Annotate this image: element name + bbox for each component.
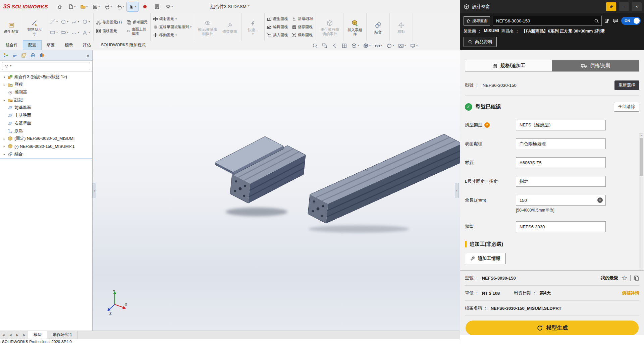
tab-addins[interactable]: SOLIDWORKS 附加程式: [96, 41, 151, 50]
propertymanager-icon[interactable]: [12, 53, 17, 58]
model-tab[interactable]: 模型: [28, 331, 47, 339]
content-scrollbar[interactable]: ▲ ▼: [639, 133, 643, 278]
explode-block-button[interactable]: 爆炸圖塊: [292, 32, 314, 39]
view-settings-button[interactable]: ▾: [410, 43, 418, 49]
save-block-button[interactable]: 儲存圖塊: [292, 23, 314, 31]
trim-entities-button[interactable]: 修剪圖元(T): [96, 18, 122, 26]
clear-all-button[interactable]: 全部清除: [614, 102, 639, 112]
design-journal-button[interactable]: [151, 2, 163, 11]
zoom-fit-button[interactable]: [312, 43, 318, 49]
length-field[interactable]: ×: [516, 195, 606, 206]
help-icon[interactable]: ?: [484, 122, 490, 128]
scroll-up-arrow[interactable]: ▲: [639, 134, 643, 136]
additional-work-info-button[interactable]: 追加工情報: [465, 253, 505, 264]
tree-item-annotations[interactable]: ▸ 註記: [0, 96, 92, 104]
frame-type-field[interactable]: [516, 120, 606, 130]
tab-price[interactable]: 價格/交期: [552, 60, 639, 71]
clear-length-button[interactable]: ×: [597, 197, 603, 203]
tree-item-right-plane[interactable]: 右基準面: [0, 119, 92, 127]
arc-tool-button[interactable]: ▾: [70, 27, 80, 38]
material-field[interactable]: [516, 157, 606, 168]
feedback-button[interactable]: [613, 18, 619, 24]
home-button[interactable]: [54, 2, 65, 11]
extrusion-50mm[interactable]: [215, 136, 306, 203]
favorite-star-icon[interactable]: ☆: [621, 274, 627, 282]
display-style-button[interactable]: ▾: [363, 43, 371, 49]
close-button[interactable]: ×: [632, 2, 642, 11]
type-input[interactable]: [519, 224, 603, 230]
options-button[interactable]: ▾: [163, 2, 175, 11]
offset-entities-button[interactable]: 偏移圖元: [96, 27, 122, 35]
linear-sketch-pattern-button[interactable]: 直線草圖複製排列 ▾: [153, 23, 192, 31]
offset-on-surface-button[interactable]: 曲面上的偏移: [126, 27, 148, 35]
insert-block-button[interactable]: 插入圖塊: [267, 32, 288, 39]
tree-item-part-150[interactable]: ▸ (-) NEFS6-3030-150_MISUMI<1: [0, 142, 92, 150]
search-icon[interactable]: [594, 18, 599, 23]
line-tool-button[interactable]: ▾: [49, 17, 59, 27]
tree-item-part-50[interactable]: ▸ (固定) NEFS6-3030-50_MISUMI: [0, 135, 92, 142]
assembly-model[interactable]: [201, 134, 463, 235]
configurationmanager-icon[interactable]: [21, 53, 26, 58]
copy-icon[interactable]: [634, 275, 639, 281]
reselect-button[interactable]: 重新選擇: [614, 80, 639, 90]
type-field[interactable]: [516, 221, 606, 232]
edit-appearance-button[interactable]: ▾: [386, 43, 394, 49]
slot-tool-button[interactable]: ▾: [59, 27, 69, 38]
surface-field[interactable]: [516, 138, 606, 149]
tab-assembly[interactable]: 組合件: [1, 41, 23, 50]
move-component-button[interactable]: 移動: [392, 20, 410, 34]
open-button[interactable]: ▾: [78, 2, 90, 11]
edit-block-button[interactable]: 編輯圖塊: [267, 23, 288, 31]
apply-scene-button[interactable]: ▾: [398, 43, 406, 49]
length-mode-input[interactable]: [519, 179, 603, 184]
part-search-input[interactable]: [495, 18, 593, 24]
tab-scroll-next-button[interactable]: ▶: [14, 331, 21, 339]
price-detail-link[interactable]: 價格詳情: [622, 290, 639, 296]
hide-show-items-button[interactable]: ▾: [375, 43, 382, 49]
featuremanager-tree-icon[interactable]: [3, 53, 8, 58]
power-toggle[interactable]: ON: [621, 17, 641, 25]
tree-item-front-plane[interactable]: 前基準面: [0, 104, 92, 112]
mate-button[interactable]: 結合: [369, 20, 387, 34]
frame-type-input[interactable]: [519, 122, 603, 128]
panel-overflow-chevron[interactable]: »: [87, 53, 89, 58]
part-from-block-button[interactable]: 產生來自圖塊的零件: [319, 18, 341, 36]
save-button[interactable]: ▾: [90, 2, 102, 11]
product-info-button[interactable]: 商品資料: [464, 37, 497, 47]
displaymanager-icon[interactable]: [39, 53, 45, 58]
insert-component-button[interactable]: 插入零組件: [346, 18, 364, 36]
taskpane-collapse-handle[interactable]: ‹: [455, 183, 459, 198]
left-panel-collapse-handle[interactable]: ‹: [93, 183, 96, 198]
undo-button[interactable]: ▾: [114, 2, 126, 11]
convert-entities-button[interactable]: 參考圖元: [126, 18, 148, 26]
tree-item-origin[interactable]: 原點: [0, 127, 92, 135]
export-document-button[interactable]: [604, 18, 610, 24]
make-block-button[interactable]: 產生圖塊: [267, 15, 288, 23]
tree-item-top-plane[interactable]: 上基準面: [0, 112, 92, 119]
polygon-tool-button[interactable]: ▾: [81, 17, 91, 27]
view-orientation-button[interactable]: ▾: [351, 43, 359, 49]
previous-view-button[interactable]: [332, 43, 337, 49]
scrollbar-thumb[interactable]: [640, 138, 643, 176]
tree-item-assembly-root[interactable]: ▾ 組合件3 (預設<顯示狀態-1>): [0, 73, 92, 81]
length-input[interactable]: [519, 197, 596, 203]
tab-scroll-first-button[interactable]: ◀: [0, 331, 7, 339]
minimize-button[interactable]: –: [619, 2, 629, 11]
zoom-area-button[interactable]: [322, 43, 328, 49]
extrusion-150mm[interactable]: [308, 134, 462, 223]
part-search-field[interactable]: [493, 16, 602, 26]
tree-item-sensors[interactable]: 感測器: [0, 89, 92, 96]
dimxpertmanager-icon[interactable]: [30, 53, 36, 58]
material-input[interactable]: [519, 160, 603, 166]
tab-evaluate[interactable]: 評估: [78, 41, 96, 50]
generate-model-button[interactable]: 模型生成: [466, 321, 639, 335]
create-configuration-button[interactable]: 產生配置: [2, 20, 20, 34]
length-mode-field[interactable]: [516, 176, 606, 187]
tree-item-mates[interactable]: ▸ 結合: [0, 150, 92, 158]
surface-input[interactable]: [519, 141, 603, 147]
select-tool-button[interactable]: ▾: [126, 2, 139, 12]
tab-scroll-prev-button[interactable]: ◀: [7, 331, 14, 339]
tab-markup[interactable]: 標示: [60, 41, 78, 50]
tab-spec[interactable]: 規格/追加工: [465, 60, 552, 71]
quick-snaps-button[interactable]: 快速... ▾: [244, 18, 262, 36]
